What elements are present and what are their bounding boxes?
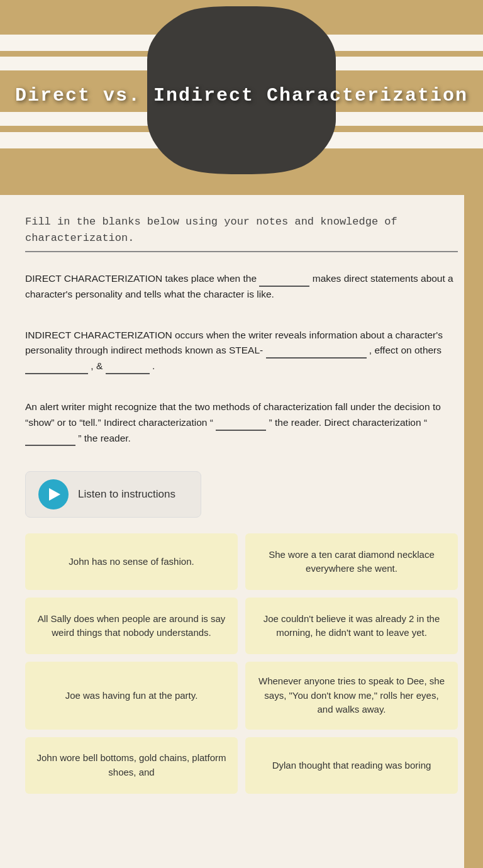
blank-steal[interactable] xyxy=(266,345,367,359)
dot-2 xyxy=(473,285,478,290)
dot-11 xyxy=(473,642,478,647)
dot-4 xyxy=(473,364,478,369)
dot-7 xyxy=(473,483,478,488)
instructions-text: Fill in the blanks below using your note… xyxy=(25,214,458,252)
play-button[interactable] xyxy=(38,479,69,509)
card-8-text: Dylan thought that reading was boring xyxy=(272,759,431,773)
dot-15 xyxy=(473,800,478,805)
card-8[interactable]: Dylan thought that reading was boring xyxy=(245,737,458,794)
listen-label: Listen to instructions xyxy=(78,488,175,501)
paragraph-direct: DIRECT CHARACTERIZATION takes place when… xyxy=(25,271,458,303)
decoration-dots xyxy=(473,245,478,845)
main-content: Fill in the blanks below using your note… xyxy=(0,195,483,868)
card-4-text: Joe couldn't believe it was already 2 in… xyxy=(257,612,447,640)
title-text: Direct vs. Indirect Characterization xyxy=(15,85,468,106)
blank-narrator[interactable] xyxy=(259,273,309,287)
indirect-text-end: , & xyxy=(91,360,103,371)
blank-last[interactable] xyxy=(106,360,150,374)
card-2[interactable]: She wore a ten carat diamond necklace ev… xyxy=(245,533,458,590)
card-4[interactable]: Joe couldn't believe it was already 2 in… xyxy=(245,598,458,654)
dot-1 xyxy=(473,245,478,250)
dot-8 xyxy=(473,523,478,528)
dot-10 xyxy=(473,602,478,607)
card-3[interactable]: All Sally does when people are around is… xyxy=(25,598,238,654)
paragraph-show-tell: An alert writer might recognize that the… xyxy=(25,399,458,446)
dot-9 xyxy=(473,562,478,567)
listen-section[interactable]: Listen to instructions xyxy=(25,471,201,518)
play-icon xyxy=(49,488,60,501)
card-6-text: Whenever anyone tries to speak to Dee, s… xyxy=(257,674,447,717)
card-5[interactable]: Joe was having fun at the party. xyxy=(25,662,238,730)
card-2-text: She wore a ten carat diamond necklace ev… xyxy=(257,548,447,576)
card-5-text: Joe was having fun at the party. xyxy=(65,689,198,703)
cards-grid: John has no sense of fashion. She wore a… xyxy=(25,533,458,794)
blank-shows[interactable] xyxy=(216,417,266,431)
card-7-text: John wore bell bottoms, gold chains, pla… xyxy=(36,751,226,779)
paragraph-indirect: INDIRECT CHARACTERIZATION occurs when th… xyxy=(25,328,458,374)
card-1-text: John has no sense of fashion. xyxy=(69,555,194,569)
show-tell-end: ” the reader. xyxy=(78,433,131,443)
dot-13 xyxy=(473,721,478,726)
dot-16 xyxy=(473,840,478,845)
card-3-text: All Sally does when people are around is… xyxy=(36,612,226,640)
card-7[interactable]: John wore bell bottoms, gold chains, pla… xyxy=(25,737,238,794)
instructions-label: Fill in the blanks below using your note… xyxy=(25,216,397,244)
page-title: Direct vs. Indirect Characterization xyxy=(0,82,483,108)
header-section: Direct vs. Indirect Characterization xyxy=(0,0,483,195)
blank-tells[interactable] xyxy=(25,432,75,446)
dot-5 xyxy=(473,404,478,409)
dot-12 xyxy=(473,681,478,686)
dot-6 xyxy=(473,443,478,448)
direct-text-start: DIRECT CHARACTERIZATION takes place when… xyxy=(25,273,257,284)
dot-14 xyxy=(473,760,478,765)
show-tell-middle: ” the reader. Direct characterization “ xyxy=(269,417,428,428)
card-1[interactable]: John has no sense of fashion. xyxy=(25,533,238,590)
blank-effect[interactable] xyxy=(25,360,88,374)
indirect-text-middle: , effect on others xyxy=(369,345,441,355)
card-6[interactable]: Whenever anyone tries to speak to Dee, s… xyxy=(245,662,458,730)
dot-3 xyxy=(473,325,478,330)
